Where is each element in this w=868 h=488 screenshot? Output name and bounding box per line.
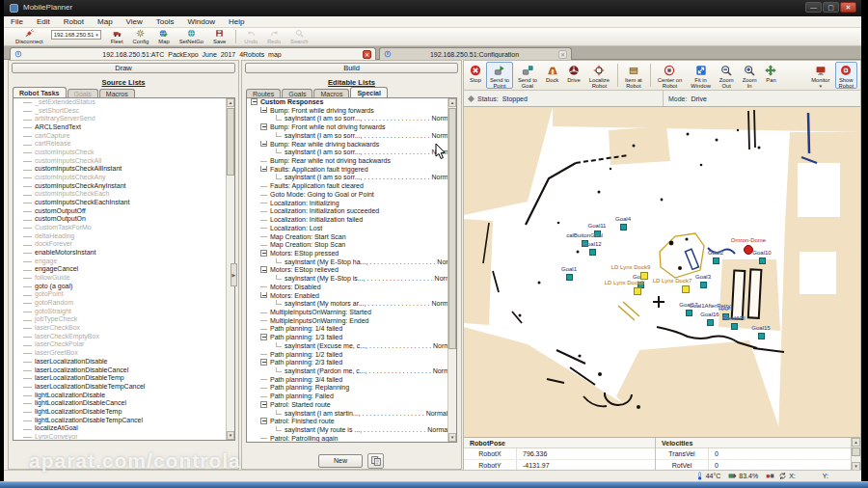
setnetgo-button[interactable]: SetNetGo bbox=[176, 28, 207, 45]
robot-marker[interactable] bbox=[744, 245, 753, 255]
scroll-down-icon[interactable]: ▼ bbox=[448, 433, 456, 442]
menu-window[interactable]: Window bbox=[181, 17, 222, 26]
task-item-cartcapture[interactable]: cartCapture bbox=[14, 132, 234, 141]
maximize-button[interactable]: ▢ bbox=[823, 2, 839, 13]
config-button[interactable]: Config bbox=[129, 28, 153, 45]
task-item-cartrelease[interactable]: cartRelease bbox=[14, 140, 234, 149]
tree-row-sayinstant-my-route-is[interactable]: sayInstant (My route is ..., . . . . . .… bbox=[247, 426, 456, 435]
menu-view[interactable]: View bbox=[120, 17, 149, 26]
task-item-lasercheckemptybox[interactable]: laserCheckEmptyBox bbox=[14, 333, 234, 341]
pose-scrollbar[interactable]: ▲ ▼ bbox=[851, 438, 860, 471]
task-item-enablemotorsinstant[interactable]: enableMotorsInstant bbox=[14, 249, 234, 258]
task-item-lasergreetbox[interactable]: laserGreetBox bbox=[14, 349, 234, 358]
draw-button[interactable]: Draw bbox=[12, 63, 235, 73]
collapse-icon[interactable] bbox=[260, 359, 267, 366]
task-item-laserlocalizationdisable[interactable]: laserLocalizationDisable bbox=[14, 358, 234, 366]
map-dock-ld-lynx-dock8[interactable] bbox=[634, 287, 641, 295]
send-to-point-button[interactable]: Send to Point bbox=[486, 62, 513, 89]
menu-map[interactable]: Map bbox=[91, 17, 120, 26]
task-item-laserlocalizationdisabletempcancel[interactable]: laserLocalizationDisableTempCancel bbox=[14, 383, 234, 392]
tree-row-faults-application-fault-trig[interactable]: Faults: Application fault triggered bbox=[247, 166, 456, 175]
task-item-arclsendtext[interactable]: ARCLSendText bbox=[14, 123, 234, 132]
tree-row-map-creation-start-scan[interactable]: Map Creation: Start Scan bbox=[247, 233, 456, 242]
task-item-localizeatgoal[interactable]: localizeAtGoal bbox=[14, 424, 234, 433]
task-item-lynxconveyor[interactable]: LynxConveyor bbox=[14, 433, 234, 441]
tree-row-localization-lost[interactable]: Localization: Lost bbox=[247, 225, 456, 233]
send-to-goal-button[interactable]: Send to Goal bbox=[514, 62, 541, 89]
close-button[interactable]: ✕ bbox=[840, 2, 856, 13]
collapse-icon[interactable] bbox=[260, 166, 267, 173]
tree-row-sayinstant-i-am-startin[interactable]: sayInstant (I am startin..., . . . . . .… bbox=[247, 410, 456, 419]
task-item-custominputscheckeachinstant[interactable]: customInputsCheckEachInstant bbox=[14, 199, 234, 207]
map-goal-goal10[interactable] bbox=[759, 258, 766, 264]
task-item-gotopoint[interactable]: gotoPoint bbox=[14, 290, 234, 299]
build-button[interactable]: Build bbox=[245, 63, 458, 73]
map-goal-goal2[interactable] bbox=[713, 258, 719, 264]
new-button[interactable]: New bbox=[318, 454, 363, 468]
task-item-jobtypecheck[interactable]: jobTypeCheck bbox=[14, 315, 234, 324]
task-item-gotostraight[interactable]: gotoStraight bbox=[14, 308, 234, 316]
windows-taskbar[interactable] bbox=[0, 481, 868, 488]
collapse-icon[interactable] bbox=[260, 107, 267, 114]
map-dock-ld-lynx-dock7[interactable] bbox=[682, 285, 690, 293]
tree-row-path-planning-1-2-failed[interactable]: Path planning: 1/2 failed bbox=[247, 351, 456, 360]
tree-row-sayinstant-my-e-stop-is[interactable]: sayInstant (My E-Stop is..., . . . . . .… bbox=[247, 275, 456, 284]
task-item-custominputscheckallinstant[interactable]: customInputsCheckAllInstant bbox=[14, 165, 234, 174]
collapse-icon[interactable] bbox=[260, 141, 267, 148]
map-dock-ld-lynx-dock9[interactable] bbox=[640, 272, 648, 280]
tree-row-goto-mode-going-to-goal-or-po[interactable]: Goto Mode: Going to Goal or Point bbox=[247, 191, 456, 200]
tree-row-bump-rear-while-not-driving-b[interactable]: Bump: Rear while not driving backwards bbox=[247, 157, 456, 166]
tree-row-bump-front-while-not-driving[interactable]: Bump: Front while not driving forwards bbox=[247, 123, 456, 132]
tree-scrollbar[interactable]: ▲ ▼ bbox=[448, 98, 456, 442]
map-goal-goal1[interactable] bbox=[566, 274, 573, 281]
tree-row-path-planning-failed[interactable]: Path planning: Failed bbox=[247, 393, 456, 401]
task-item-gotorandom[interactable]: gotoRandom bbox=[14, 299, 234, 308]
menu-help[interactable]: Help bbox=[222, 17, 251, 26]
task-item-lightlocalizationdisablecancel[interactable]: lightLocalizationDisableCancel bbox=[14, 399, 234, 408]
dock-button[interactable]: Dock bbox=[542, 62, 562, 89]
tree-row-motors-estop-pressed[interactable]: Motors: EStop pressed bbox=[247, 250, 456, 258]
tree-row-bump-front-while-driving-forw[interactable]: Bump: Front while driving forwards bbox=[247, 107, 456, 116]
tree-row-bump-rear-while-driving-backw[interactable]: Bump: Rear while driving backwards bbox=[247, 141, 456, 149]
tree-row-localization-initialization-f[interactable]: Localization: Initialization failed bbox=[247, 216, 456, 225]
task-item-lasercheckbox[interactable]: laserCheckBox bbox=[14, 324, 234, 333]
collapse-icon[interactable] bbox=[260, 266, 267, 273]
tree-row-path-planning-1-4-failed[interactable]: Path planning: 1/4 failed bbox=[247, 325, 456, 334]
scroll-up-icon[interactable]: ▲ bbox=[852, 438, 860, 447]
disconnect-button[interactable]: Disconnect bbox=[12, 28, 47, 45]
menu-file[interactable]: File bbox=[4, 17, 30, 26]
task-item-engage[interactable]: engage bbox=[14, 258, 234, 266]
item-at-robot-button[interactable]: Item at Robot▾ bbox=[621, 62, 646, 89]
map-goal-goal15[interactable] bbox=[758, 333, 765, 339]
center-on-robot-button[interactable]: Center on Robot bbox=[654, 62, 686, 89]
tree-row-sayinstant-i-am-so-sorr[interactable]: sayInstant (I am so sorr..., . . . . . .… bbox=[247, 149, 456, 157]
show-robot-button[interactable]: Show Robot bbox=[835, 62, 857, 89]
tree-row-patrol-patrolling-again[interactable]: Patrol: Patrolling again bbox=[247, 435, 456, 443]
save-button[interactable]: Save bbox=[209, 28, 230, 45]
collapse-icon[interactable] bbox=[260, 123, 267, 130]
task-item-laserlocalizationdisabletemp[interactable]: laserLocalizationDisableTemp bbox=[14, 374, 234, 383]
task-item-custominputscheckanyinstant[interactable]: customInputsCheckAnyInstant bbox=[14, 182, 234, 191]
drive-button[interactable]: Drive bbox=[563, 62, 584, 89]
map-goal-goal16[interactable] bbox=[707, 319, 714, 326]
tree-row-path-planning-2-3-failed[interactable]: Path planning: 2/3 failed bbox=[247, 359, 456, 367]
localize-robot-button[interactable]: Localize Robot bbox=[585, 62, 613, 89]
tree-row-sayinstant-my-motors-ar[interactable]: sayInstant (My motors ar..., . . . . . .… bbox=[247, 300, 456, 309]
task-item-customtaskformo[interactable]: CustomTaskForMo bbox=[14, 224, 234, 232]
tree-row-motors-enabled[interactable]: Motors: Enabled bbox=[247, 292, 456, 301]
task-item-deltaheading[interactable]: deltaHeading bbox=[14, 232, 234, 241]
tree-row-motors-estop-relieved[interactable]: Motors: EStop relieved bbox=[247, 266, 456, 275]
task-item-customoutputoff[interactable]: customOutputOff bbox=[14, 207, 234, 216]
map-goal-goal12[interactable] bbox=[589, 249, 596, 256]
document-tab-2[interactable]: 192.168.250.51:Configuration✕ bbox=[379, 47, 572, 60]
minimize-button[interactable]: — bbox=[805, 2, 822, 13]
tab-close-icon[interactable]: ✕ bbox=[363, 50, 371, 59]
tree-row-motors-disabled[interactable]: Motors: Disabled bbox=[247, 284, 456, 292]
menu-tools[interactable]: Tools bbox=[149, 17, 181, 26]
tree-row-path-planning-1-3-failed[interactable]: Path planning: 1/3 failed bbox=[247, 334, 456, 342]
collapse-icon[interactable] bbox=[260, 250, 267, 257]
task-item-followguide[interactable]: followGuide bbox=[14, 274, 234, 283]
map-canvas[interactable]: Goal4Goal11calButtonGoalGoal12Goal1Goal7… bbox=[464, 107, 860, 437]
task-item-arbitraryserversend[interactable]: arbitraryServerSend bbox=[14, 115, 234, 123]
map-goal-prehapi[interactable] bbox=[731, 323, 738, 330]
